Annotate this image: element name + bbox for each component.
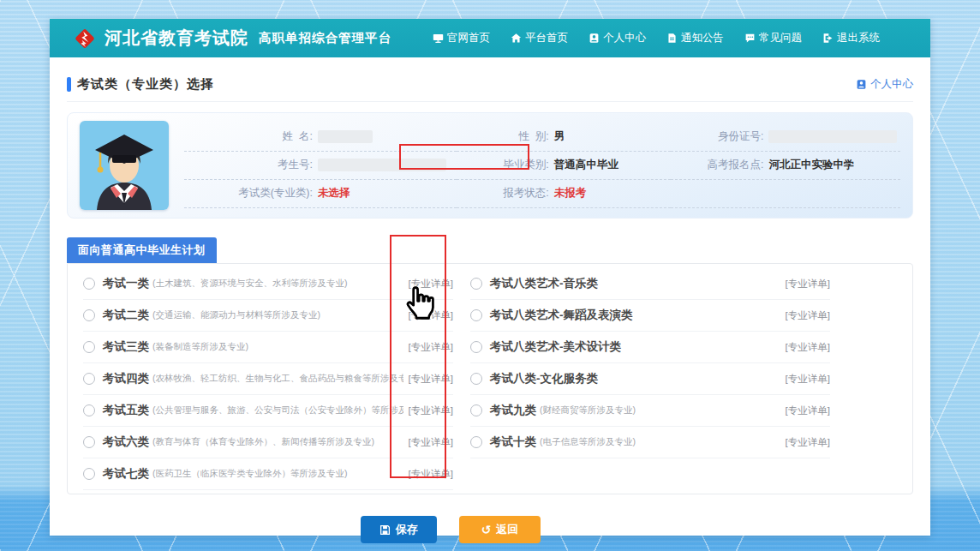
radio-button[interactable]	[83, 278, 95, 290]
logout-icon	[822, 33, 834, 44]
radio-button[interactable]	[470, 436, 482, 448]
exam-category-name: 考试七类	[103, 466, 149, 482]
user-badge-icon	[589, 33, 600, 44]
exam-category-description: (医药卫生（临床医学类专业除外）等所涉及专业)	[152, 468, 348, 480]
field-candidate-number: 考生号:	[184, 152, 457, 180]
radio-button[interactable]	[83, 373, 95, 385]
radio-button[interactable]	[470, 373, 482, 385]
home-icon	[511, 33, 522, 44]
exam-category-description: (装备制造等所涉及专业)	[152, 341, 248, 353]
nav-logout[interactable]: 退出系统	[822, 31, 880, 45]
exam-category-description: (交通运输、能源动力与材料等所涉及专业)	[152, 309, 320, 321]
main-window: 河北省教育考试院 高职单招综合管理平台 官网首页 平台首页 个人中心 通知公告	[50, 19, 930, 536]
radio-button[interactable]	[470, 404, 482, 416]
major-detail-link[interactable]: [专业详单]	[403, 373, 453, 386]
plan-section-badge: 面向普通高中毕业生计划	[67, 237, 217, 263]
redacted-value	[318, 130, 373, 143]
exam-category-row[interactable]: 考试五类 (公共管理与服务、旅游、公安与司法（公安专业除外）等所涉及专业) [专…	[83, 395, 453, 427]
exam-category-description: (电子信息等所涉及专业)	[540, 436, 636, 448]
exam-category-name: 考试八类艺术-舞蹈及表演类	[490, 308, 633, 323]
exam-category-column-left: 考试一类 (土木建筑、资源环境与安全、水利等所涉及专业) [专业详单] 考试二类…	[83, 268, 453, 494]
radio-button[interactable]	[470, 341, 482, 353]
question-bubble-icon	[744, 33, 756, 44]
major-detail-link[interactable]: [专业详单]	[780, 341, 830, 354]
exam-category-name: 考试二类	[103, 308, 149, 323]
exam-category-name: 考试四类	[103, 371, 149, 386]
major-detail-link[interactable]: [专业详单]	[780, 373, 830, 386]
profile-card: 姓 名: 性 别: 男 身份证号: 考生号: 毕业类别:	[67, 112, 913, 219]
major-detail-link[interactable]: [专业详单]	[780, 309, 830, 322]
nav-personal-center[interactable]: 个人中心	[589, 31, 646, 45]
exam-category-name: 考试三类	[103, 339, 149, 355]
exam-category-row[interactable]: 考试一类 (土木建筑、资源环境与安全、水利等所涉及专业) [专业详单]	[83, 268, 453, 300]
exam-category-row[interactable]: 考试十类 (电子信息等所涉及专业) [专业详单]	[470, 427, 830, 458]
exam-category-row[interactable]: 考试八类-文化服务类 [专业详单]	[470, 363, 830, 395]
exam-category-name: 考试十类	[490, 434, 536, 450]
radio-button[interactable]	[83, 309, 95, 321]
exam-category-row[interactable]: 考试七类 (医药卫生（临床医学类专业除外）等所涉及专业) [专业详单]	[83, 458, 453, 490]
page-title-row: 考试类（专业类）选择 个人中心	[67, 76, 913, 102]
field-empty	[671, 180, 900, 208]
save-icon	[379, 524, 391, 536]
profile-fields: 姓 名: 性 别: 男 身份证号: 考生号: 毕业类别:	[184, 123, 900, 208]
major-detail-link[interactable]: [专业详单]	[403, 341, 453, 354]
exam-category-row[interactable]: 考试三类 (装备制造等所涉及专业) [专业详单]	[83, 332, 453, 363]
redacted-value	[768, 130, 897, 143]
field-apply-status: 报考状态: 未报考	[457, 180, 672, 208]
major-detail-link[interactable]: [专业详单]	[403, 404, 453, 417]
graduate-avatar-image	[80, 121, 169, 210]
exam-category-row[interactable]: 考试八类艺术-音乐类 [专业详单]	[470, 268, 830, 300]
exam-category-name: 考试九类	[490, 403, 536, 418]
exam-category-description: (公共管理与服务、旅游、公安与司法（公安专业除外）等所涉及专业)	[152, 404, 403, 416]
exam-category-row[interactable]: 考试八类艺术-美术设计类 [专业详单]	[470, 332, 830, 363]
exam-category-list: 考试一类 (土木建筑、资源环境与安全、水利等所涉及专业) [专业详单] 考试二类…	[67, 263, 913, 494]
major-detail-link[interactable]: [专业详单]	[403, 468, 453, 481]
notice-icon	[666, 33, 678, 44]
site-title: 河北省教育考试院	[105, 27, 248, 50]
exam-category-row[interactable]: 考试四类 (农林牧渔、轻工纺织、生物与化工、食品药品与粮食等所涉及专业) [专业…	[83, 363, 453, 395]
major-detail-link[interactable]: [专业详单]	[403, 436, 453, 449]
radio-button[interactable]	[83, 341, 95, 353]
back-button[interactable]: ↺ 返回	[459, 516, 541, 543]
radio-button[interactable]	[83, 404, 95, 416]
exam-category-name: 考试八类-文化服务类	[490, 371, 598, 386]
brand: 河北省教育考试院 高职单招综合管理平台	[72, 26, 391, 51]
exam-category-row[interactable]: 考试六类 (教育与体育（体育专业除外）、新闻传播等所涉及专业) [专业详单]	[83, 427, 453, 458]
exam-category-description: (农林牧渔、轻工纺织、生物与化工、食品药品与粮食等所涉及专业)	[152, 373, 403, 385]
exam-category-row[interactable]: 考试九类 (财经商贸等所涉及专业) [专业详单]	[470, 395, 830, 427]
radio-button[interactable]	[470, 309, 482, 321]
personal-center-link[interactable]: 个人中心	[856, 77, 913, 92]
nav-official-home[interactable]: 官网首页	[433, 31, 490, 45]
exam-category-name: 考试六类	[103, 434, 149, 450]
major-detail-link[interactable]: [专业详单]	[403, 278, 453, 290]
major-detail-link[interactable]: [专业详单]	[780, 436, 830, 449]
radio-button[interactable]	[83, 468, 95, 480]
major-detail-link[interactable]: [专业详单]	[780, 404, 830, 417]
page-title: 考试类（专业类）选择	[77, 76, 214, 93]
content-area: 考试类（专业类）选择 个人中心	[50, 57, 930, 543]
exam-category-description: (财经商贸等所涉及专业)	[540, 404, 636, 416]
nav-platform-home[interactable]: 平台首页	[511, 31, 568, 45]
exam-category-description: (教育与体育（体育专业除外）、新闻传播等所涉及专业)	[152, 436, 374, 448]
major-detail-link[interactable]: [专业详单]	[403, 309, 453, 322]
monitor-icon	[433, 33, 444, 44]
exam-category-name: 考试八类艺术-美术设计类	[490, 339, 621, 355]
redacted-value	[318, 159, 446, 171]
nav-faq[interactable]: 常见问题	[744, 31, 802, 45]
exam-category-row[interactable]: 考试二类 (交通运输、能源动力与材料等所涉及专业) [专业详单]	[83, 300, 453, 332]
title-accent-bar	[67, 77, 71, 92]
major-detail-link[interactable]: [专业详单]	[780, 278, 830, 290]
exam-category-name: 考试八类艺术-音乐类	[490, 276, 598, 291]
field-graduation-type: 毕业类别: 普通高中毕业	[457, 152, 672, 180]
field-gender: 性 别: 男	[457, 123, 672, 152]
site-subtitle: 高职单招综合管理平台	[259, 30, 391, 46]
exam-category-row[interactable]: 考试八类艺术-舞蹈及表演类 [专业详单]	[470, 300, 830, 332]
nav-notices[interactable]: 通知公告	[666, 31, 724, 45]
save-button[interactable]: 保存	[361, 516, 437, 543]
radio-button[interactable]	[470, 278, 482, 290]
radio-button[interactable]	[83, 436, 95, 448]
exam-category-name: 考试一类	[103, 276, 149, 291]
field-exam-class: 考试类(专业类): 未选择	[184, 180, 457, 208]
app-header: 河北省教育考试院 高职单招综合管理平台 官网首页 平台首页 个人中心 通知公告	[50, 19, 930, 57]
logo-icon	[72, 26, 98, 51]
